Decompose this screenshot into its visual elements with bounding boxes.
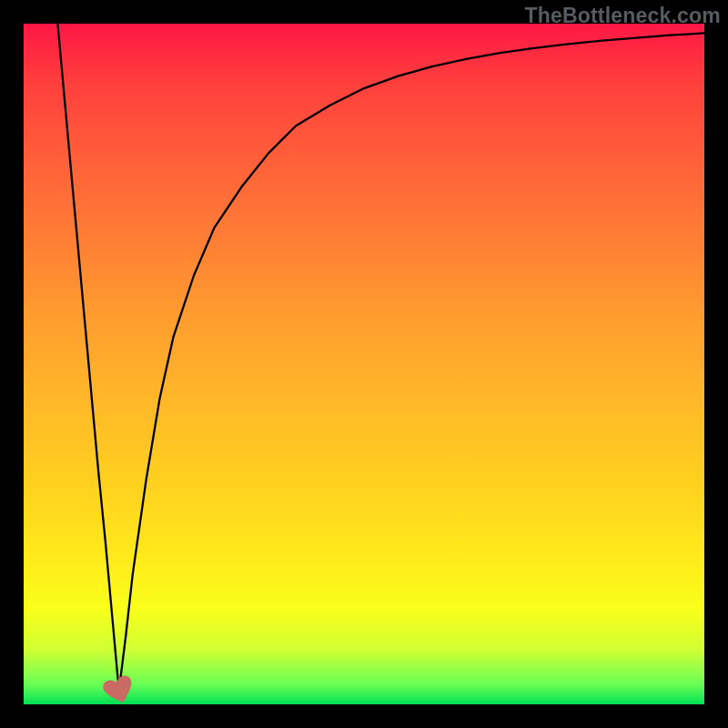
chart-plot-area: [24, 24, 704, 704]
bottleneck-curve: [24, 24, 704, 704]
watermark-label: TheBottleneck.com: [524, 4, 721, 28]
